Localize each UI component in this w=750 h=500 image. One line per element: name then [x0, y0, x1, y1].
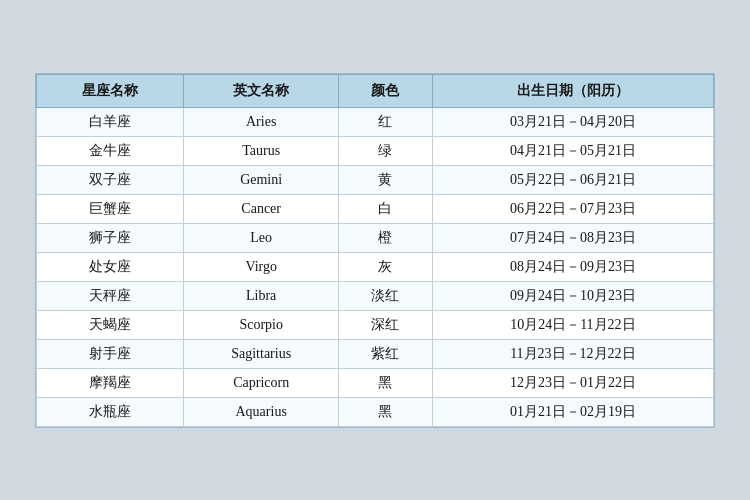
cell-color: 绿 [339, 136, 433, 165]
cell-english: Leo [184, 223, 339, 252]
cell-chinese: 双子座 [37, 165, 184, 194]
table-row: 水瓶座Aquarius黑01月21日－02月19日 [37, 397, 714, 426]
cell-dates: 11月23日－12月22日 [432, 339, 713, 368]
cell-dates: 03月21日－04月20日 [432, 107, 713, 136]
cell-color: 黄 [339, 165, 433, 194]
table-row: 白羊座Aries红03月21日－04月20日 [37, 107, 714, 136]
cell-dates: 06月22日－07月23日 [432, 194, 713, 223]
cell-chinese: 金牛座 [37, 136, 184, 165]
cell-color: 橙 [339, 223, 433, 252]
cell-chinese: 射手座 [37, 339, 184, 368]
cell-dates: 09月24日－10月23日 [432, 281, 713, 310]
cell-color: 淡红 [339, 281, 433, 310]
table-row: 巨蟹座Cancer白06月22日－07月23日 [37, 194, 714, 223]
col-header-color: 颜色 [339, 74, 433, 107]
cell-dates: 07月24日－08月23日 [432, 223, 713, 252]
cell-chinese: 白羊座 [37, 107, 184, 136]
cell-color: 白 [339, 194, 433, 223]
table-row: 天蝎座Scorpio深红10月24日－11月22日 [37, 310, 714, 339]
cell-english: Virgo [184, 252, 339, 281]
cell-english: Capricorn [184, 368, 339, 397]
cell-color: 灰 [339, 252, 433, 281]
cell-color: 黑 [339, 397, 433, 426]
cell-chinese: 摩羯座 [37, 368, 184, 397]
cell-english: Scorpio [184, 310, 339, 339]
table-row: 狮子座Leo橙07月24日－08月23日 [37, 223, 714, 252]
cell-dates: 08月24日－09月23日 [432, 252, 713, 281]
cell-chinese: 巨蟹座 [37, 194, 184, 223]
cell-dates: 10月24日－11月22日 [432, 310, 713, 339]
cell-dates: 01月21日－02月19日 [432, 397, 713, 426]
col-header-dates: 出生日期（阳历） [432, 74, 713, 107]
cell-english: Taurus [184, 136, 339, 165]
cell-chinese: 狮子座 [37, 223, 184, 252]
cell-english: Sagittarius [184, 339, 339, 368]
col-header-chinese: 星座名称 [37, 74, 184, 107]
cell-english: Gemini [184, 165, 339, 194]
cell-chinese: 天秤座 [37, 281, 184, 310]
cell-dates: 12月23日－01月22日 [432, 368, 713, 397]
table-row: 射手座Sagittarius紫红11月23日－12月22日 [37, 339, 714, 368]
cell-chinese: 天蝎座 [37, 310, 184, 339]
cell-english: Cancer [184, 194, 339, 223]
table-row: 金牛座Taurus绿04月21日－05月21日 [37, 136, 714, 165]
cell-color: 红 [339, 107, 433, 136]
cell-chinese: 水瓶座 [37, 397, 184, 426]
table-row: 天秤座Libra淡红09月24日－10月23日 [37, 281, 714, 310]
table-row: 摩羯座Capricorn黑12月23日－01月22日 [37, 368, 714, 397]
col-header-english: 英文名称 [184, 74, 339, 107]
cell-color: 黑 [339, 368, 433, 397]
zodiac-table-container: 星座名称 英文名称 颜色 出生日期（阳历） 白羊座Aries红03月21日－04… [35, 73, 715, 428]
cell-english: Aquarius [184, 397, 339, 426]
cell-chinese: 处女座 [37, 252, 184, 281]
cell-english: Aries [184, 107, 339, 136]
cell-dates: 05月22日－06月21日 [432, 165, 713, 194]
cell-color: 紫红 [339, 339, 433, 368]
table-row: 双子座Gemini黄05月22日－06月21日 [37, 165, 714, 194]
table-row: 处女座Virgo灰08月24日－09月23日 [37, 252, 714, 281]
cell-color: 深红 [339, 310, 433, 339]
table-header-row: 星座名称 英文名称 颜色 出生日期（阳历） [37, 74, 714, 107]
cell-dates: 04月21日－05月21日 [432, 136, 713, 165]
cell-english: Libra [184, 281, 339, 310]
zodiac-table: 星座名称 英文名称 颜色 出生日期（阳历） 白羊座Aries红03月21日－04… [36, 74, 714, 427]
